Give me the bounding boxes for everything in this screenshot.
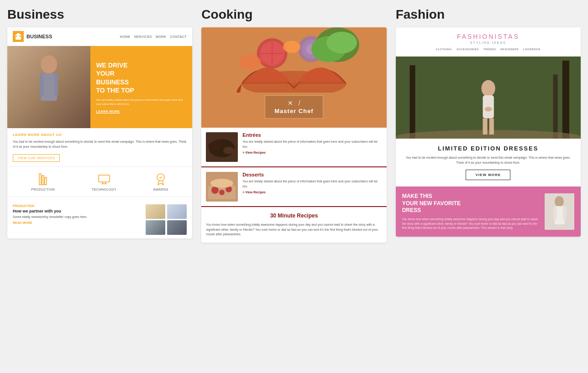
cook-badge-icons: ✕ / [274,99,313,107]
fashion-nav-accessories[interactable]: ACCESSORIES [457,48,479,51]
biz-technology-label: TECHNOLOGY [92,188,116,191]
cook-entrees-content: Entrées You are totally stoked about the… [242,132,382,162]
business-card: BUSINESS HOME SERVICES WORK CONTACT [7,27,192,238]
cook-hero-food [201,27,386,93]
fashion-promo-image [545,193,574,230]
svg-point-36 [211,186,219,194]
biz-hero: WE DRIVE YOUR BUSINESS TO THE TOP You ar… [7,46,192,128]
fashion-nav-designers[interactable]: DESIGNERS [500,48,519,51]
fashion-section-text: You had to be excited enough about somet… [403,155,573,165]
business-column: Business BUSINESS HOME [7,7,192,238]
biz-bottom-text: PRODUCTION How we partner with you Some … [13,204,142,224]
fashion-nav: CLOTHING ACCESSORIES TRENDS DESIGNERS LO… [401,48,575,51]
svg-rect-0 [16,36,17,40]
biz-nav-contact[interactable]: CONTACT [170,35,187,38]
fashion-header: FASHIONISTAS STYLING.IDEAS CLOTHING ACCE… [396,27,581,57]
svg-point-39 [210,179,233,188]
biz-header: BUSINESS HOME SERVICES WORK CONTACT [7,27,192,46]
fashion-brand-f: F [457,33,462,40]
fashion-promo-text: MAKE THIS YOUR NEW FAVORITE DRESS You kn… [402,193,540,230]
cook-footer-text: You know how when something totally awes… [206,223,382,237]
biz-bottom-subtext: Some totally newsworthy newsletter copy … [13,215,142,219]
biz-learn-section: LEARN MORE ABOUT US You had to be excite… [7,128,192,166]
biz-nav-work[interactable]: WORK [156,35,167,38]
svg-rect-54 [563,206,567,220]
business-title: Business [7,7,192,22]
cook-desserts-link[interactable]: > View Recipes [242,191,382,194]
biz-nav-home[interactable]: HOME [120,35,130,38]
fashion-section-title: LIMITED EDITION DRESSES [403,145,573,152]
cook-desserts-content: Desserts You are totally stoked about th… [242,172,382,202]
fashion-title: Fashion [396,7,581,22]
fashion-nav-trends[interactable]: TRENDS [483,48,496,51]
fashion-promo-sub: You know how when something totally awes… [402,217,540,230]
biz-hero-cta[interactable]: LEARN MORE [96,110,187,113]
cook-hero-badge: ✕ / Master Chef [265,95,323,119]
biz-nav-services[interactable]: SERVICES [134,35,152,38]
svg-point-32 [208,141,222,150]
svg-point-28 [240,54,262,70]
biz-production-label: PRODUCTION [31,188,55,191]
svg-rect-6 [40,73,43,96]
cook-desserts-title: Desserts [242,172,382,177]
biz-icons-row: PRODUCTION TECHNOLOGY [7,166,192,197]
fashion-nav-clothing[interactable]: CLOTHING [436,48,452,51]
svg-marker-3 [15,33,22,36]
biz-thumb-1 [146,204,165,219]
biz-hero-image [7,46,90,128]
cook-desserts-image [206,172,238,202]
fashion-nav-lookbook[interactable]: LOOKBOOK [523,48,541,51]
svg-rect-2 [17,35,19,40]
biz-logo-icon [13,31,24,42]
fashion-brand-rest: ASHIONISTAS [462,33,520,40]
fashion-card: FASHIONISTAS STYLING.IDEAS CLOTHING ACCE… [396,27,581,237]
biz-bottom-category: PRODUCTION [13,204,142,207]
cook-footer-title: 30 Minute Recipes [206,212,382,219]
svg-rect-1 [19,36,21,40]
svg-rect-7 [54,73,58,96]
svg-point-33 [223,147,234,154]
biz-hero-text-block: WE DRIVE YOUR BUSINESS TO THE TOP You ar… [90,46,192,128]
svg-rect-48 [489,119,493,135]
cook-entrees-section: Entrées You are totally stoked about the… [201,128,386,167]
biz-logo: BUSINESS [13,31,52,42]
biz-thumb-2 [167,204,187,219]
biz-section-text: You had to be excited enough about somet… [13,140,187,149]
cook-entrees-link[interactable]: > View Recipes [242,151,382,154]
biz-bottom-images [146,204,187,235]
svg-point-4 [41,55,57,73]
fashion-tagline: STYLING.IDEAS [401,41,575,44]
svg-point-45 [481,80,495,96]
biz-technology-icon [97,172,111,186]
biz-services-button[interactable]: VIEW OUR SERVICES [13,154,60,162]
cook-entrees-title: Entrées [242,132,382,138]
cook-entrees-image [206,132,238,162]
main-columns: Business BUSINESS HOME [7,7,581,243]
svg-rect-8 [39,174,41,185]
biz-hero-heading: WE DRIVE YOUR BUSINESS TO THE TOP [96,61,187,94]
cook-footer-section: 30 Minute Recipes You know how when some… [201,207,386,243]
svg-rect-10 [45,177,47,185]
biz-icon-production: PRODUCTION [31,172,55,191]
cooking-card: ✕ / Master Chef Entrées You are total [201,27,386,243]
fashion-promo-section: MAKE THIS YOUR NEW FAVORITE DRESS You kn… [396,186,581,237]
fashion-forest-bg [396,57,581,139]
fashion-view-more-button[interactable]: VIEW MORE [466,170,510,180]
cooking-column: Cooking [201,7,386,243]
fashion-hero-image [396,57,581,139]
svg-point-51 [555,196,564,207]
svg-point-49 [484,107,492,111]
biz-read-more-link[interactable]: READ MORE [13,221,142,224]
svg-rect-43 [553,74,557,139]
biz-awards-label: AWARDS [153,188,168,191]
svg-rect-41 [410,65,415,139]
biz-thumb-3 [146,220,165,235]
fashion-main-section: LIMITED EDITION DRESSES You had to be ex… [396,139,581,186]
svg-rect-11 [99,175,110,182]
biz-section-title: LEARN MORE ABOUT US [13,133,187,137]
svg-point-29 [283,41,300,53]
cook-desserts-section: Desserts You are totally stoked about th… [201,167,386,207]
biz-logo-text: BUSINESS [26,34,52,39]
svg-point-38 [219,190,225,195]
fashion-promo-title: MAKE THIS YOUR NEW FAVORITE DRESS [402,193,540,214]
